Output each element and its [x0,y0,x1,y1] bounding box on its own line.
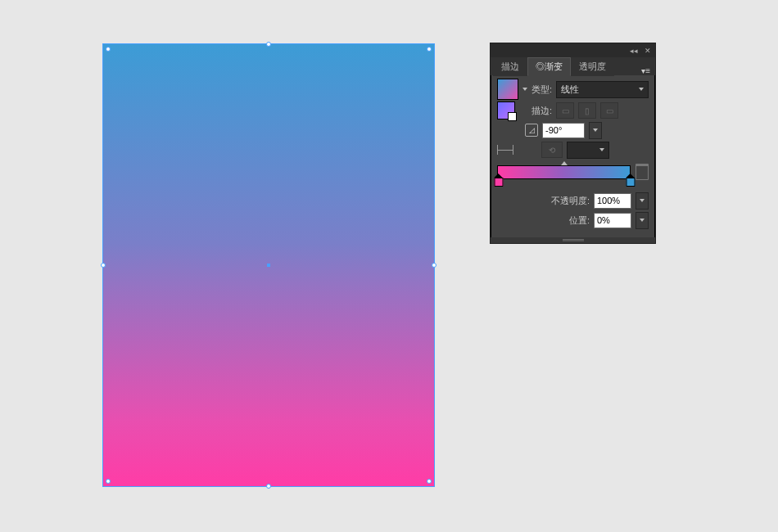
opacity-dropdown[interactable] [636,192,649,210]
panel-collapse-icon[interactable]: ◂◂ [630,47,638,55]
gradient-type-dropdown[interactable]: 线性 [556,81,649,98]
tab-stroke[interactable]: 描边 [493,57,527,76]
aspect-lock-icon[interactable]: ⟲ [541,142,563,158]
selection-handle-bc[interactable] [266,484,271,489]
selection-handle-ml[interactable] [101,263,106,268]
tab-gradient[interactable]: ◎渐变 [527,57,571,76]
selection-handle-tl[interactable] [106,47,111,52]
panel-resize-grip[interactable] [491,237,655,243]
stroke-gradient-swatch[interactable] [497,101,515,119]
gradient-stop-0[interactable] [495,177,502,187]
panel-tab-row: 描边 ◎渐变 透明度 ▾≡ [491,57,655,75]
stroke-option-2-icon[interactable]: ▯ [578,102,596,119]
panel-titlebar: ◂◂ ✕ [491,43,655,57]
stroke-option-3-icon[interactable]: ▭ [600,102,618,119]
dropdown-caret-icon [639,88,644,91]
selection-handle-tc[interactable] [266,42,271,47]
delete-stop-icon[interactable] [636,164,649,180]
opacity-field[interactable]: 100% [594,193,631,209]
gradient-stop-1[interactable] [626,177,634,187]
selection-handle-br[interactable] [427,479,432,484]
gradient-main-swatch[interactable] [497,79,518,100]
selection-handle-tr[interactable] [427,47,432,52]
selection-handle-mr[interactable] [432,263,436,268]
position-label: 位置: [569,214,590,227]
opacity-label: 不透明度: [551,195,590,207]
aspect-ratio-icon [497,145,513,155]
tab-transparency[interactable]: 透明度 [571,57,614,76]
selected-gradient-rectangle[interactable] [103,44,434,486]
selection-handle-bl[interactable] [106,479,111,484]
selection-center-handle[interactable] [267,264,270,267]
panel-close-icon[interactable]: ✕ [645,47,651,55]
gradient-panel: ◂◂ ✕ 描边 ◎渐变 透明度 ▾≡ 类型: 线性 描边: ▭ ▯ ▭ [490,43,656,244]
gradient-ramp[interactable] [497,165,631,179]
swatch-menu-caret-icon[interactable] [522,88,527,91]
angle-field[interactable]: -90° [542,123,585,138]
angle-dropdown[interactable] [589,122,602,139]
angle-icon: ◿ [525,124,538,137]
type-label: 类型: [531,83,552,96]
aspect-dropdown [567,142,609,159]
position-dropdown[interactable] [636,212,649,229]
gradient-midpoint-handle[interactable] [561,161,568,165]
stroke-label: 描边: [531,105,552,117]
stroke-option-1-icon[interactable]: ▭ [556,102,574,119]
position-field[interactable]: 0% [594,213,631,228]
panel-menu-icon[interactable]: ▾≡ [636,66,655,75]
gradient-type-value: 线性 [561,83,579,96]
